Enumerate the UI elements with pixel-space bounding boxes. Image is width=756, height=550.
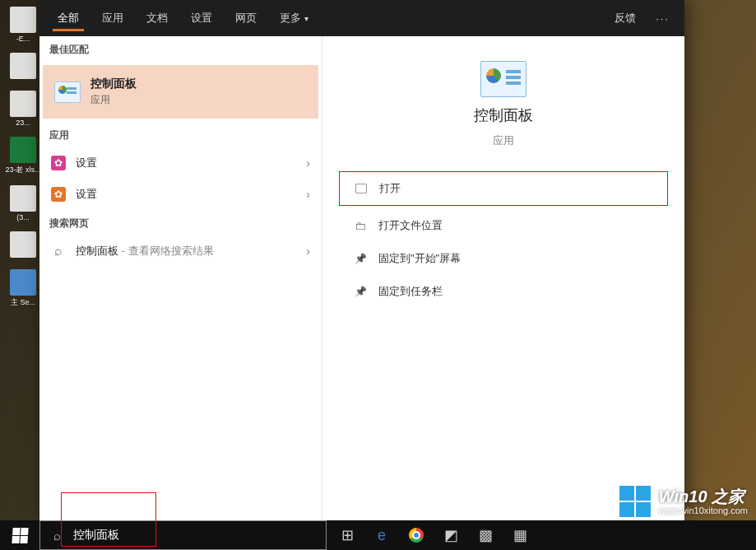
tab-settings[interactable]: 设置 [179, 0, 224, 36]
tab-web[interactable]: 网页 [224, 0, 268, 36]
search-input[interactable] [73, 529, 326, 542]
action-label: 固定到"开始"屏幕 [378, 251, 461, 266]
open-icon [355, 182, 368, 195]
control-panel-icon [54, 82, 81, 103]
taskbar-app-icon[interactable]: ◩ [435, 523, 466, 548]
desktop-icon[interactable]: (3... [5, 185, 41, 221]
chevron-right-icon: › [306, 245, 310, 258]
windows-logo-icon [619, 486, 651, 517]
chevron-right-icon: › [306, 156, 310, 170]
taskbar-app-icon[interactable]: ▦ [504, 523, 536, 548]
action-label: 打开 [379, 181, 401, 196]
chevron-right-icon: › [306, 188, 310, 201]
desktop-icon[interactable] [5, 231, 41, 259]
taskbar-search-box[interactable]: ⌕ [39, 520, 327, 550]
edge-browser-icon[interactable]: e [366, 523, 397, 548]
desktop-icon[interactable]: -E... [5, 7, 41, 43]
watermark-title: Win10 之家 [659, 487, 748, 506]
chevron-down-icon: ▾ [304, 14, 308, 23]
pin-icon [354, 252, 367, 265]
taskbar-pinned-icons: ⊞ e ◩ ▩ ▦ [332, 520, 536, 550]
best-match-title: 控制面板 [90, 77, 137, 91]
desktop-icon[interactable] [5, 53, 41, 81]
watermark-url: www.win10xitong.com [659, 506, 748, 515]
action-label: 打开文件位置 [378, 218, 443, 233]
chrome-browser-icon[interactable] [401, 523, 432, 548]
search-icon: ⌕ [51, 244, 66, 259]
tab-apps[interactable]: 应用 [90, 0, 135, 36]
action-open-file-location[interactable]: 打开文件位置 [339, 209, 668, 242]
search-tab-bar: 全部 应用 文档 设置 网页 更多▾ 反馈 ··· [39, 0, 684, 36]
action-pin-to-taskbar[interactable]: 固定到任务栏 [339, 275, 668, 308]
result-settings-1[interactable]: 设置 › [39, 147, 322, 179]
taskbar: ⌕ ⊞ e ◩ ▩ ▦ [0, 520, 756, 550]
section-best-match-header: 最佳匹配 [39, 36, 322, 62]
result-settings-2[interactable]: 设置 › [39, 179, 322, 210]
section-apps-header: 应用 [39, 122, 322, 147]
start-button[interactable] [0, 520, 39, 550]
start-search-panel: 全部 应用 文档 设置 网页 更多▾ 反馈 ··· 最佳匹配 控制面板 应用 应… [39, 0, 684, 520]
action-label: 固定到任务栏 [378, 284, 443, 299]
results-left-column: 最佳匹配 控制面板 应用 应用 设置 › 设置 › 搜索网页 [39, 36, 322, 520]
desktop-icon[interactable]: 23... [5, 91, 41, 127]
gear-icon [51, 187, 66, 202]
taskbar-app-icon[interactable]: ▩ [470, 523, 501, 548]
feedback-link[interactable]: 反馈 [603, 11, 647, 26]
section-search-web-header: 搜索网页 [39, 210, 322, 235]
windows-logo-icon [12, 528, 28, 543]
results-detail-column: 控制面板 应用 打开 打开文件位置 固定到"开始"屏幕 [322, 36, 684, 520]
search-icon: ⌕ [40, 529, 73, 543]
watermark: Win10 之家 www.win10xitong.com [619, 486, 748, 517]
folder-icon [354, 219, 367, 232]
detail-title: 控制面板 [474, 105, 533, 125]
tab-documents[interactable]: 文档 [135, 0, 179, 36]
overflow-menu-icon[interactable]: ··· [647, 12, 678, 25]
tab-all[interactable]: 全部 [46, 0, 90, 36]
desktop-icon[interactable]: 主 Se... [5, 269, 41, 308]
control-panel-icon [480, 61, 526, 97]
desktop-icon[interactable]: 23-老 xls... [5, 137, 41, 175]
action-open[interactable]: 打开 [340, 172, 667, 205]
action-pin-to-start[interactable]: 固定到"开始"屏幕 [339, 242, 668, 275]
action-open-highlight-box: 打开 [339, 171, 668, 206]
result-web-search[interactable]: ⌕ 控制面板 - 查看网络搜索结果 › [39, 235, 322, 267]
result-label: 设置 [76, 156, 296, 170]
best-match-control-panel[interactable]: 控制面板 应用 [43, 65, 318, 119]
best-match-subtitle: 应用 [90, 93, 137, 107]
result-label: 控制面板 - 查看网络搜索结果 [76, 244, 296, 259]
tab-more[interactable]: 更多▾ [268, 0, 320, 36]
pin-icon [354, 285, 367, 298]
task-view-button[interactable]: ⊞ [332, 523, 363, 548]
result-label: 设置 [76, 187, 296, 202]
gear-icon [51, 156, 66, 170]
detail-subtitle: 应用 [493, 133, 514, 148]
